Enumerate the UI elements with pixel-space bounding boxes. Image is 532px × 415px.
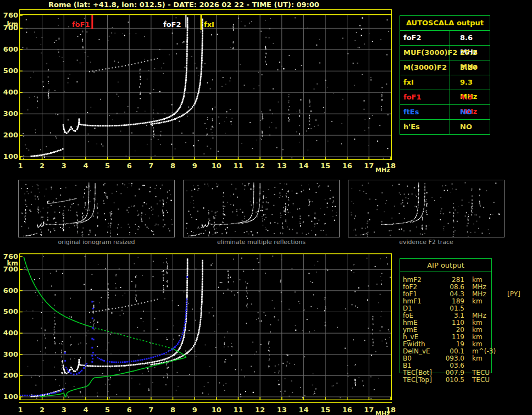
x-tick-label: 1 (13, 162, 27, 170)
autoscala-output-table: AUTOSCALA output foF28.6 MHzMUF(3000)F22… (400, 15, 490, 135)
fof1-marker-label: foF1 (72, 20, 90, 29)
bottom-ionogram-svg (19, 253, 392, 400)
aip-row-unit: km (464, 355, 501, 362)
aip-row-note (501, 377, 507, 384)
autoscala-row-value: 3.20 (450, 60, 490, 75)
autoscala-table-body: foF28.6 MHzMUF(3000)F227.5 MHzM(3000)F23… (400, 31, 490, 134)
x-tick-label: 17 (362, 162, 376, 170)
y-tick-label: 600 (2, 286, 18, 295)
aip-row: hmF2281km (403, 276, 529, 284)
aip-row-note (501, 276, 507, 284)
aip-row: ymE20km (403, 327, 529, 334)
fof2-marker-label: foF2 (163, 20, 181, 29)
aip-row-note: [PY] (501, 291, 520, 298)
autoscala-row: foF14.3 MHz (400, 90, 490, 105)
aip-row-note (501, 341, 507, 348)
x-tick-label: 2 (35, 162, 49, 170)
y-tick-label: 300 (2, 109, 18, 118)
x-tick-label: 5 (101, 162, 115, 170)
thumbnail-caption-eliminate: eliminate multiple reflections (183, 239, 340, 246)
aip-row: DelN_vE00.1m^(-3) (403, 348, 529, 355)
x-tick-label: 18 (384, 406, 398, 414)
y-tick-label: 400 (2, 88, 18, 96)
autoscala-row: foF28.6 MHz (400, 31, 490, 46)
x-tick-label: 7 (144, 406, 158, 414)
y-tick-label: 300 (2, 350, 18, 358)
x-tick-label: 16 (340, 406, 354, 414)
x-tick-label: 3 (57, 162, 71, 170)
x-tick-label: 12 (253, 406, 267, 414)
x-tick-label: 1 (13, 406, 27, 414)
thumbnail-caption-evidence: evidence F2 trace (348, 239, 505, 246)
x-tick-label: 14 (296, 406, 311, 414)
x-tick-label: 13 (275, 406, 289, 414)
x-tick-label: 5 (101, 406, 115, 414)
x-tick-label: 3 (57, 406, 71, 414)
autoscala-row-label: M(3000)F2 (400, 60, 450, 75)
x-tick-label: 10 (209, 162, 224, 170)
x-tick-label: 6 (122, 406, 136, 414)
x-tick-label: 13 (275, 162, 289, 170)
aip-row-note (501, 369, 507, 377)
x-tick-label: 4 (79, 162, 93, 170)
autoscala-row-label: h'Es (400, 120, 450, 134)
autoscala-table-title: AUTOSCALA output (400, 16, 490, 31)
fxi-marker-label: fxI (204, 20, 214, 29)
y-tick-label: 100 (2, 152, 18, 161)
x-tick-label: 9 (187, 406, 202, 414)
autoscala-row-label: fxI (400, 75, 450, 90)
autoscala-row-label: ftEs (400, 105, 450, 119)
autoscala-row-value: NO (450, 105, 490, 119)
x-tick-label: 18 (384, 162, 398, 170)
thumbnail-caption-original: original ionogram resized (18, 239, 175, 246)
y-tick-label: 500 (2, 307, 18, 316)
y-tick-label: 100 (2, 392, 18, 401)
thumbnail-original-ionogram (18, 180, 175, 237)
x-tick-label: 12 (253, 162, 267, 170)
thumbnail-svg (19, 180, 174, 237)
x-tick-label: 11 (231, 162, 245, 170)
y-tick-label: 760 (2, 11, 18, 19)
autoscala-row: MUF(3000)F227.5 MHz (400, 46, 490, 60)
aip-row-unit: km (464, 298, 501, 305)
thumbnail-evidence-f2-trace (348, 180, 505, 237)
autoscala-row: h'EsNO (400, 120, 490, 134)
autoscala-row-value: 8.6 MHz (450, 31, 490, 45)
x-tick-label: 15 (318, 406, 332, 414)
bottom-ionogram-plot (19, 253, 392, 400)
aip-row-unit: MHz (464, 291, 501, 298)
x-tick-label: 17 (362, 406, 376, 414)
x-tick-label: 11 (231, 406, 245, 414)
aip-row-note (501, 319, 507, 327)
aip-row-unit: TECU (464, 377, 501, 384)
autoscala-row: ftEsNO (400, 105, 490, 120)
aip-row-note (501, 305, 507, 312)
x-tick-label: 10 (209, 406, 224, 414)
autoscala-row-label: foF1 (400, 90, 450, 104)
aip-row-note (501, 327, 507, 334)
x-tick-label: 4 (79, 406, 93, 414)
x-tick-label: 6 (122, 162, 136, 170)
thumbnail-eliminate-reflections (183, 180, 340, 237)
aip-row-unit: km (464, 319, 501, 327)
y-tick-label: 400 (2, 329, 18, 337)
aip-row: B0093.0km (403, 355, 529, 362)
y-tick-label: 760 (2, 252, 18, 261)
aip-table-title: AIP output (400, 259, 491, 272)
aip-row-unit: m^(-3) (464, 348, 501, 355)
autoscala-row-value: 27.5 MHz (450, 46, 490, 60)
aip-row-note (501, 362, 507, 369)
y-tick-label: 500 (2, 67, 18, 75)
top-ionogram-svg (19, 14, 392, 160)
x-tick-label: 8 (166, 162, 180, 170)
aip-row: hmE110km (403, 319, 529, 327)
aip-row-label: TEC[Top] (403, 377, 439, 384)
thumbnail-svg (184, 180, 339, 237)
aip-row-note (501, 348, 507, 355)
aip-row-note (501, 298, 507, 305)
autoscala-row-value: 4.3 MHz (450, 90, 490, 104)
aip-row-note (501, 312, 507, 319)
autoscala-row-label: foF2 (400, 31, 450, 45)
aip-row: foF104.3MHz[PY] (403, 291, 529, 298)
y-tick-label: 600 (2, 45, 18, 53)
